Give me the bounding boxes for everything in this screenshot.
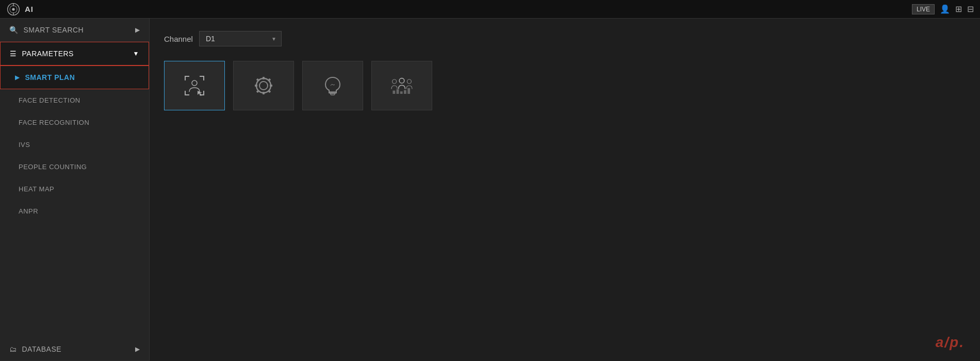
sidebar-item-database[interactable]: 🗂 DATABASE ▶ xyxy=(0,338,149,361)
smart-search-chevron-icon: ▶ xyxy=(135,26,140,34)
svg-rect-22 xyxy=(397,89,399,94)
svg-point-20 xyxy=(407,79,411,84)
sidebar-label-smart-plan: SMART PLAN xyxy=(25,73,75,81)
database-chevron-icon: ▶ xyxy=(135,346,140,353)
sidebar: 🔍 SMART SEARCH ▶ ☰ PARAMETERS ▼ ▶ SMART … xyxy=(0,19,150,361)
svg-rect-23 xyxy=(400,91,403,94)
live-button[interactable]: LIVE xyxy=(912,4,935,14)
svg-rect-8 xyxy=(263,92,265,94)
svg-rect-25 xyxy=(407,88,410,94)
sidebar-label-ivs: IVS xyxy=(19,141,30,149)
sidebar-item-smart-search[interactable]: 🔍 SMART SEARCH ▶ xyxy=(0,19,149,42)
sidebar-item-heat-map[interactable]: HEAT MAP xyxy=(0,178,149,200)
watermark: a/p. xyxy=(936,334,965,351)
sidebar-label-database: DATABASE xyxy=(22,345,62,353)
svg-rect-17 xyxy=(331,93,335,95)
tile-smart-motion[interactable] xyxy=(233,61,294,110)
sidebar-label-face-recognition: FACE RECOGNITION xyxy=(19,119,89,126)
sidebar-label-anpr: ANPR xyxy=(19,207,38,215)
sidebar-label-smart-search: SMART SEARCH xyxy=(24,26,84,34)
tile-face-detect[interactable] xyxy=(164,61,225,110)
parameters-icon: ☰ xyxy=(10,50,17,58)
sidebar-item-ivs[interactable]: IVS xyxy=(0,134,149,156)
sidebar-label-parameters: PARAMETERS xyxy=(22,50,74,58)
sidebar-label-face-detection: FACE DETECTION xyxy=(19,96,80,104)
svg-rect-7 xyxy=(263,77,265,79)
channel-label: Channel xyxy=(164,35,193,43)
grid-icon[interactable]: ⊟ xyxy=(967,4,974,14)
smart-motion-icon xyxy=(251,73,276,98)
people-count-icon xyxy=(389,73,414,98)
channel-row: Channel D1 D2 D3 D4 xyxy=(164,31,966,46)
layout-icon[interactable]: ⊞ xyxy=(955,4,962,14)
sidebar-label-heat-map: HEAT MAP xyxy=(19,185,54,193)
face-detect-icon xyxy=(182,73,207,98)
smart-search-icon: 🔍 xyxy=(9,26,19,34)
svg-rect-9 xyxy=(255,85,257,87)
main-layout: 🔍 SMART SEARCH ▶ ☰ PARAMETERS ▼ ▶ SMART … xyxy=(0,19,980,361)
svg-point-18 xyxy=(393,79,397,84)
channel-select-wrapper[interactable]: D1 D2 D3 D4 xyxy=(199,31,282,46)
svg-point-19 xyxy=(399,78,404,84)
app-title: AI xyxy=(25,5,34,13)
sidebar-label-people-counting: PEOPLE COUNTING xyxy=(19,163,87,171)
top-bar-left: AI xyxy=(6,2,34,17)
sidebar-item-smart-plan[interactable]: ▶ SMART PLAN xyxy=(0,65,149,89)
top-bar-right: LIVE 👤 ⊞ ⊟ xyxy=(912,4,974,14)
content-area: Channel D1 D2 D3 D4 xyxy=(150,19,980,361)
svg-point-6 xyxy=(259,81,268,90)
svg-rect-21 xyxy=(393,91,395,94)
channel-select[interactable]: D1 D2 D3 D4 xyxy=(199,31,282,46)
sidebar-item-parameters[interactable]: ☰ PARAMETERS ▼ xyxy=(0,42,149,65)
svg-rect-10 xyxy=(270,85,272,87)
ai-logo-icon xyxy=(6,2,21,17)
sidebar-item-people-counting[interactable]: PEOPLE COUNTING xyxy=(0,156,149,178)
top-bar: AI LIVE 👤 ⊞ ⊟ xyxy=(0,0,980,19)
svg-point-1 xyxy=(12,8,14,10)
sidebar-item-face-recognition[interactable]: FACE RECOGNITION xyxy=(0,111,149,134)
svg-rect-24 xyxy=(404,90,406,94)
smart-plan-chevron-icon: ▶ xyxy=(15,74,20,81)
tile-people-counting[interactable] xyxy=(371,61,432,110)
svg-point-5 xyxy=(256,78,271,93)
user-icon[interactable]: 👤 xyxy=(940,4,950,14)
watermark-text: a/p. xyxy=(936,334,965,350)
light-icon xyxy=(320,73,345,98)
sidebar-item-face-detection[interactable]: FACE DETECTION xyxy=(0,89,149,111)
sidebar-item-anpr[interactable]: ANPR xyxy=(0,200,149,222)
tiles-row xyxy=(164,61,966,110)
svg-point-4 xyxy=(192,80,197,86)
tile-light[interactable] xyxy=(302,61,363,110)
database-icon: 🗂 xyxy=(9,345,17,353)
parameters-chevron-icon: ▼ xyxy=(133,50,139,57)
